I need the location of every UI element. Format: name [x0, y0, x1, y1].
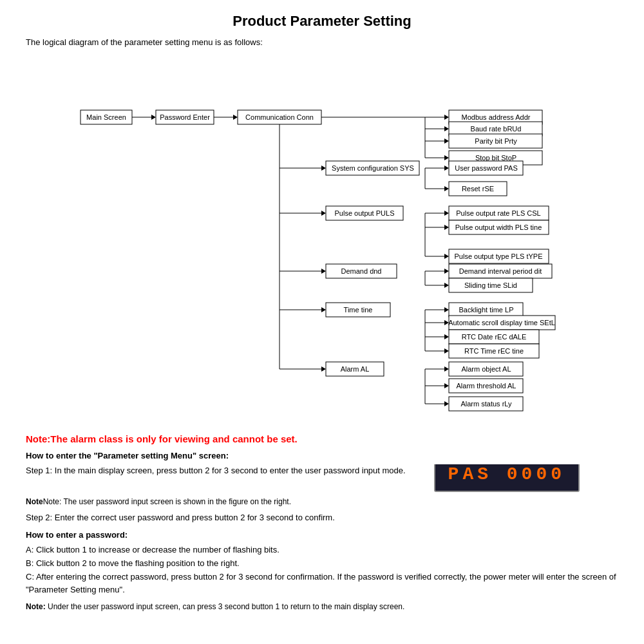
svg-text:Password Enter: Password Enter — [160, 113, 210, 121]
svg-text:Pulse output rate   PLS CSL: Pulse output rate PLS CSL — [456, 209, 540, 217]
password-display: PAS 0000 — [434, 464, 580, 492]
note-display-text: NoteNote: The user password input screen… — [26, 497, 618, 506]
parameter-diagram: Main Screen Password Enter Communication… — [26, 53, 618, 427]
svg-text:RTC Time   rEC tine: RTC Time rEC tine — [464, 347, 524, 355]
svg-text:Demand   dnd: Demand dnd — [341, 267, 382, 275]
svg-marker-81 — [444, 283, 449, 288]
svg-text:Pulse output  PULS: Pulse output PULS — [335, 209, 395, 217]
svg-marker-77 — [444, 269, 449, 274]
step1-section: Step 1: In the main display screen, pres… — [26, 464, 618, 492]
svg-marker-39 — [444, 126, 449, 131]
svg-marker-29 — [321, 366, 326, 372]
svg-marker-63 — [444, 211, 449, 216]
svg-text:Parity bit   Prty: Parity bit Prty — [475, 137, 517, 145]
svg-marker-67 — [444, 225, 449, 230]
svg-marker-47 — [444, 155, 449, 160]
svg-text:Alarm object   AL: Alarm object AL — [461, 365, 511, 373]
svg-marker-53 — [444, 166, 449, 171]
svg-marker-7 — [233, 115, 238, 120]
svg-text:RTC Date   rEC dALE: RTC Date rEC dALE — [462, 333, 527, 341]
svg-marker-13 — [321, 166, 326, 171]
svg-text:Automatic scroll display time : Automatic scroll display time SEtL — [448, 319, 555, 327]
svg-text:Pulse output type   PLS tYPE: Pulse output type PLS tYPE — [455, 252, 543, 260]
how-to-enter-heading: How to enter the "Parameter setting Menu… — [26, 451, 618, 460]
svg-marker-3 — [151, 115, 156, 120]
svg-text:Demand interval period   dit: Demand interval period dit — [459, 267, 542, 275]
svg-text:User password   PAS: User password PAS — [455, 164, 518, 172]
step2-text: Step 2: Enter the correct user password … — [26, 511, 618, 524]
bottom-note: Note: Under the user password input scre… — [26, 602, 618, 611]
svg-marker-21 — [321, 269, 326, 274]
svg-text:Stop bit   StoP: Stop bit StoP — [475, 154, 516, 162]
svg-marker-113 — [444, 401, 449, 406]
svg-marker-99 — [444, 348, 449, 354]
svg-text:Main Screen: Main Screen — [86, 113, 126, 121]
list-b: B: Click button 2 to move the flashing p… — [26, 557, 618, 571]
svg-text:Pulse output width   PLS tine: Pulse output width PLS tine — [455, 223, 542, 231]
svg-marker-43 — [444, 138, 449, 144]
svg-marker-25 — [321, 307, 326, 312]
svg-marker-109 — [444, 383, 449, 388]
svg-marker-95 — [444, 334, 449, 339]
svg-marker-17 — [321, 211, 326, 216]
note-alarm-text: Note:The alarm class is only for viewing… — [26, 433, 618, 444]
svg-text:Time   tine: Time tine — [344, 306, 373, 314]
password-heading: How to enter a password: — [26, 530, 618, 540]
page-title: Product Parameter Setting — [26, 13, 618, 30]
svg-text:Alarm status   rLy: Alarm status rLy — [460, 400, 512, 408]
svg-text:Reset   rSE: Reset rSE — [462, 185, 494, 193]
svg-marker-105 — [444, 366, 449, 372]
intro-text: The logical diagram of the parameter set… — [26, 37, 618, 47]
bottom-note-bold: Note: — [26, 602, 46, 611]
svg-text:Alarm threshold  AL: Alarm threshold AL — [457, 382, 516, 390]
svg-marker-57 — [444, 186, 449, 191]
bottom-note-content: Under the user password input screen, ca… — [48, 602, 404, 611]
list-c: C: After entering the correct password, … — [26, 571, 618, 598]
svg-text:Sliding time   SLid: Sliding time SLid — [464, 281, 517, 289]
svg-marker-71 — [444, 254, 449, 259]
svg-text:Backlight time   LP: Backlight time LP — [459, 306, 514, 314]
svg-text:Modbus address  Addr: Modbus address Addr — [461, 113, 530, 121]
svg-text:Baud rate   bRUd: Baud rate bRUd — [471, 125, 522, 133]
svg-text:System configuration SYS: System configuration SYS — [332, 164, 414, 172]
svg-marker-35 — [444, 115, 449, 120]
svg-marker-87 — [444, 307, 449, 312]
list-a: A: Click button 1 to increase or decreas… — [26, 544, 618, 557]
svg-text:Alarm   AL: Alarm AL — [341, 365, 370, 373]
